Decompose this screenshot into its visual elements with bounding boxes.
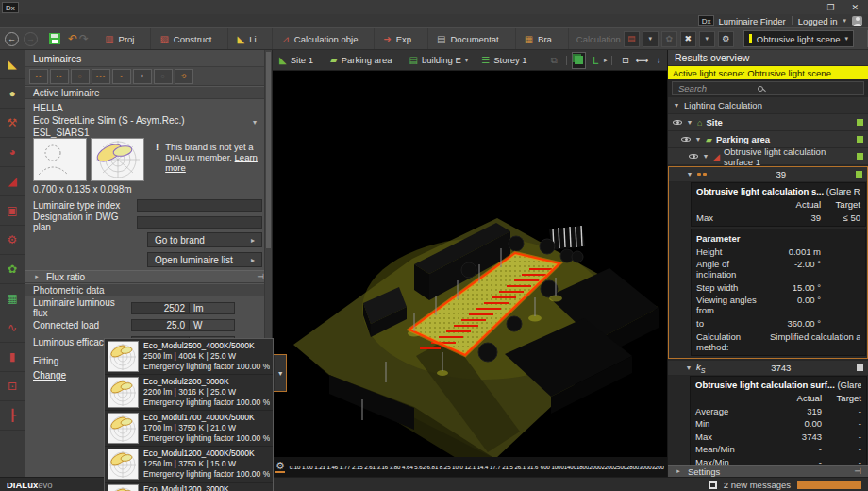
open-luminaire-list-button[interactable]: Open luminaire list▸ (147, 252, 262, 267)
photometric-value[interactable]: 25.0 (131, 319, 190, 331)
fitting-option-emergency: Emergency lighting factor 100.00 % (143, 362, 270, 372)
energy-report-button[interactable]: ✿ (661, 31, 677, 47)
stat-actual: - (771, 457, 822, 466)
tools-overflow-caret[interactable]: ▾ (253, 118, 260, 127)
zoom-fit-button[interactable]: ⊡ (618, 52, 633, 69)
parameter-value: -2.00 ° (770, 259, 821, 279)
falsecolor-cell: 12.1 (464, 462, 476, 472)
falsecolor-cell: 4.64 (401, 462, 413, 472)
chevron-down-icon: ▼ (694, 136, 702, 143)
close-button[interactable]: ✕ (851, 3, 859, 12)
fitting-option[interactable]: Eco_Modul2500_4000K/5000K 2500 lm | 4004… (105, 339, 273, 375)
glare-rating-row[interactable]: ▼ 39 (669, 167, 867, 182)
undo-icon[interactable]: ↶ (68, 32, 77, 45)
calculation-settings-button[interactable]: ⚙ (718, 31, 734, 47)
calculation-label: Calculation (576, 34, 621, 44)
luminaire-finder-button[interactable]: Dx Luminaire Finder (696, 15, 786, 26)
messages-indicator[interactable] (797, 481, 861, 489)
scope-tabs: ◣ Site 1 ▰ Parking area ▤ building E ▾ (273, 50, 538, 71)
fitting-option[interactable]: Eco_Modul1700_4000K/5000K 1700 lm | 3750… (105, 411, 273, 447)
mode-tab-icon: ▤ (437, 34, 445, 44)
minimize-button[interactable]: – (805, 3, 810, 12)
visibility-eye-icon[interactable] (689, 152, 698, 161)
settings-section[interactable]: ▸ Settings ⊣ (668, 465, 868, 477)
photometric-label: Luminaire luminous flux (33, 297, 131, 318)
field-input[interactable] (137, 199, 262, 212)
pin-icon[interactable]: ⊣ (257, 272, 264, 281)
arrow-right-icon: ▸ (251, 236, 255, 245)
dimension-tool-button[interactable]: ↕ (651, 52, 666, 69)
status-chip (856, 171, 862, 178)
maximize-button[interactable]: ❐ (826, 3, 834, 12)
fitting-option[interactable]: Eco_Modul1200_4000K/5000K 1250 lm | 3750… (105, 447, 273, 483)
photometric-header: Photometric data (25, 283, 272, 296)
stat-actual: 3743 (771, 432, 822, 442)
pin-icon[interactable]: ⊣ (854, 466, 861, 476)
tree-root-row[interactable]: ▼ Lighting Calculation (668, 97, 868, 114)
calculation-start-button[interactable]: ▤ (624, 31, 640, 47)
mode-tab[interactable]: ➜ Exp... (375, 28, 428, 49)
view-3d-button[interactable] (572, 52, 587, 69)
scope-tab[interactable]: ☰ Storey 1 (475, 51, 537, 70)
chevron-right-icon: ▸ (675, 467, 682, 475)
luminaire-finder-label: Luminaire Finder (718, 16, 785, 26)
mode-tab[interactable]: ▧ Construct... (151, 28, 228, 49)
light-scene-select[interactable]: Obtrusive light scene ▾ (743, 30, 854, 47)
falsecolor-cell: 14.4 (476, 462, 489, 472)
messages-label[interactable]: 2 new messages (724, 480, 791, 490)
parameter-label: Step width (696, 282, 770, 293)
falsecolor-settings-gear-icon[interactable]: ⚙ (275, 461, 285, 473)
divider (566, 56, 567, 65)
falsecolor-cell: 2.15 (351, 462, 363, 472)
scope-tab-label: Parking area (342, 55, 392, 65)
login-menu[interactable]: Logged in (798, 16, 838, 26)
view-plan-button[interactable]: L (588, 52, 603, 69)
plan-view-icon: L (593, 55, 599, 66)
cancel-dropdown-button[interactable]: ▾ (699, 31, 715, 47)
visibility-eye-icon[interactable] (673, 118, 682, 127)
field-input[interactable] (137, 216, 262, 229)
photometric-value[interactable]: 2502 (131, 302, 190, 314)
scope-tab-icon: ☰ (481, 55, 490, 65)
measure-tool-button[interactable]: ⟷ (635, 52, 650, 69)
cancel-calculation-button[interactable]: ✖ (680, 31, 696, 47)
scope-tab[interactable]: ▰ Parking area (324, 51, 403, 70)
forward-button[interactable]: → (24, 32, 38, 46)
calculation-dropdown-button[interactable]: ▾ (643, 31, 659, 47)
visibility-eye-icon[interactable] (681, 135, 691, 144)
redo-icon[interactable]: ↷ (79, 32, 89, 45)
search-input[interactable]: Search (672, 81, 864, 95)
cad-viewport: ◣ Site 1 ▰ Parking area ▤ building E ▾ (273, 50, 667, 477)
mode-tab[interactable]: ▦ Bra... (516, 28, 569, 49)
chevron-down-icon[interactable]: ▾ (843, 17, 846, 25)
chevron-down-icon: ▼ (686, 171, 693, 178)
cube-3d-icon (575, 56, 583, 64)
chevron-right-icon[interactable]: ▸ (604, 57, 608, 64)
scope-tab[interactable]: ▤ building E ▾ (403, 51, 476, 70)
viewport-toolbar: ◣ Site 1 ▰ Parking area ▤ building E ▾ (273, 50, 667, 71)
scene-3d[interactable] (273, 71, 667, 457)
fitting-polar-thumbnail (108, 449, 139, 480)
user-avatar[interactable] (852, 16, 862, 26)
save-icon[interactable] (49, 33, 60, 44)
goto-brand-button[interactable]: Go to brand▸ (147, 232, 262, 247)
mode-tab[interactable]: ⊿ Calculation obje... (273, 28, 375, 49)
mode-tab[interactable]: ▤ Documentat... (428, 28, 516, 49)
fitting-option-name: Eco_Modul2200_3000K (143, 377, 270, 387)
fitting-option[interactable]: Eco_Modul1200_3000K 1250 lm | 3125 K | 2… (105, 483, 273, 491)
titlebar: Dx – ❐ ✕ (0, 0, 868, 14)
chevron-down-icon: ▼ (673, 102, 680, 109)
glare-index-row[interactable]: ▼ kS 3743 (668, 361, 868, 376)
mode-tab[interactable]: ◣ Li... (228, 28, 273, 49)
light-scene-accent (749, 34, 752, 43)
mode-tab[interactable]: ▥ Proj... (96, 28, 151, 49)
fitting-option-specs: 1700 lm | 3750 K | 21.0 W (143, 423, 270, 433)
fitting-option[interactable]: Eco_Modul2200_3000K 2200 lm | 3016 K | 2… (105, 375, 273, 411)
tree-row-site[interactable]: ▼ ⌂ Site (668, 114, 868, 131)
tree-row-surface1[interactable]: ▼ ◢ Obtrusive light calculation surface … (668, 148, 868, 165)
selection-tool-button[interactable]: ⧉ (546, 52, 561, 69)
divider (542, 56, 542, 65)
back-button[interactable]: ← (5, 32, 19, 46)
scope-tab[interactable]: ◣ Site 1 (273, 51, 324, 70)
flux-ratio-section[interactable]: ▸ Flux ratio ⊣ (25, 270, 272, 283)
